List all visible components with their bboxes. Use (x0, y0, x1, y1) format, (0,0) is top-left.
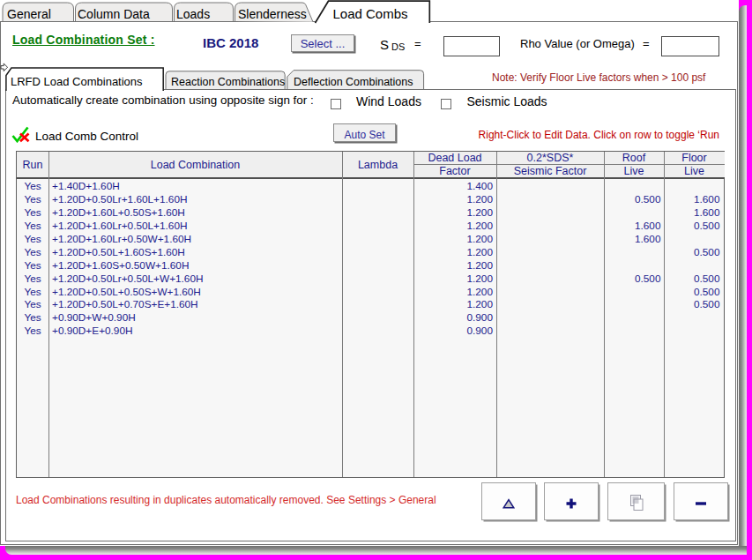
svg-text:Column Data: Column Data (78, 7, 150, 21)
svg-text:Slenderness: Slenderness (238, 7, 307, 21)
svg-text:Reaction Combinations: Reaction Combinations (171, 76, 285, 88)
svg-text:Deflection Combinations: Deflection Combinations (294, 76, 413, 88)
svg-text:Loads: Loads (176, 7, 210, 21)
svg-text:Load Combs: Load Combs (333, 6, 408, 21)
svg-text:LRFD Load Combinations: LRFD Load Combinations (11, 75, 143, 88)
svg-text:General: General (7, 7, 51, 21)
